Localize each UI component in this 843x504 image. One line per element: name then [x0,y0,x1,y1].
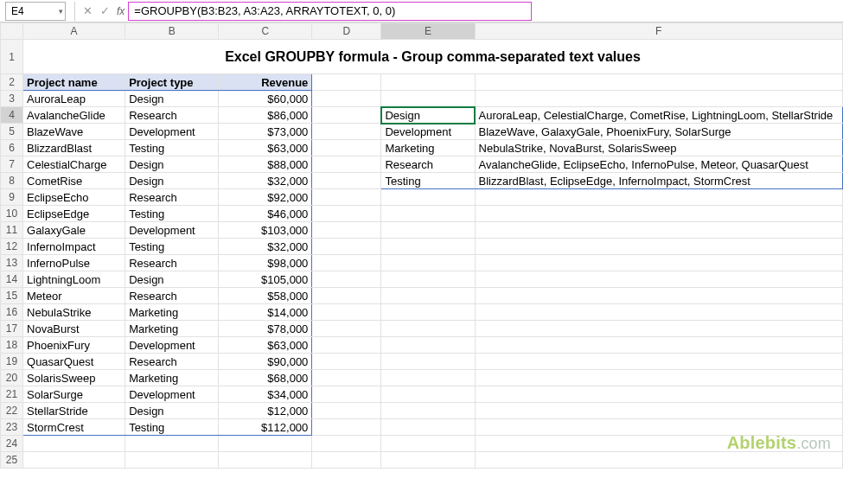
cell-D12[interactable] [312,239,381,255]
cell-F17[interactable] [475,321,842,337]
cell-C11[interactable]: $103,000 [219,222,312,239]
cell-F14[interactable] [475,271,842,288]
cell-B22[interactable]: Design [125,403,219,419]
cell-B24[interactable] [125,436,219,452]
cell-C23[interactable]: $112,000 [219,419,312,436]
cell-F21[interactable] [475,386,842,403]
cell-F9[interactable] [475,189,842,206]
cell-A25[interactable] [23,452,125,469]
col-header-B[interactable]: B [125,23,219,40]
cell-F2[interactable] [475,74,842,91]
cell-D5[interactable] [312,124,381,140]
cell-A13[interactable]: InfernoPulse [23,255,125,271]
cell-C24[interactable] [219,436,312,452]
row-header-23[interactable]: 23 [1,419,23,436]
enter-icon[interactable]: ✓ [96,2,113,21]
cell-E9[interactable] [381,189,475,206]
cell-B19[interactable]: Research [125,354,219,370]
cell-E25[interactable] [381,452,475,469]
row-header-8[interactable]: 8 [1,173,23,189]
cell-D13[interactable] [312,255,381,271]
col-header-C[interactable]: C [219,23,312,40]
cell-F5[interactable]: BlazeWave, GalaxyGale, PhoenixFury, Sola… [475,124,842,140]
cell-B8[interactable]: Design [125,173,219,189]
cell-F3[interactable] [475,91,842,107]
cell-E15[interactable] [381,288,475,304]
cancel-icon[interactable]: ✕ [79,2,96,21]
cell-B13[interactable]: Research [125,255,219,271]
cell-A8[interactable]: CometRise [23,173,125,189]
cell-F12[interactable] [475,239,842,255]
cell-B16[interactable]: Marketing [125,304,219,321]
cell-C17[interactable]: $78,000 [219,321,312,337]
cell-E18[interactable] [381,337,475,354]
cell-B5[interactable]: Development [125,124,219,140]
cell-A21[interactable]: SolarSurge [23,386,125,403]
cell-E4[interactable]: Design [381,107,475,124]
cell-E3[interactable] [381,91,475,107]
cell-D3[interactable] [312,91,381,107]
cell-E2[interactable] [381,74,475,91]
cell-E7[interactable]: Research [381,156,475,173]
cell-A2[interactable]: Project name [23,74,125,91]
row-header-16[interactable]: 16 [1,304,23,321]
cell-C20[interactable]: $68,000 [219,370,312,386]
cell-A24[interactable] [23,436,125,452]
row-header-6[interactable]: 6 [1,140,23,156]
cell-C18[interactable]: $63,000 [219,337,312,354]
row-header-12[interactable]: 12 [1,239,23,255]
cell-B12[interactable]: Testing [125,239,219,255]
cell-D6[interactable] [312,140,381,156]
cell-E11[interactable] [381,222,475,239]
cell-E10[interactable] [381,206,475,222]
spreadsheet-grid[interactable]: A B C D E F 1Excel GROUPBY formula - Gro… [0,22,843,469]
cell-B4[interactable]: Research [125,107,219,124]
col-header-F[interactable]: F [475,23,842,40]
cell-D24[interactable] [312,436,381,452]
fx-icon[interactable]: fx [113,5,128,17]
cell-F11[interactable] [475,222,842,239]
cell-B18[interactable]: Development [125,337,219,354]
cell-B15[interactable]: Research [125,288,219,304]
col-header-A[interactable]: A [23,23,125,40]
row-header-4[interactable]: 4 [1,107,23,124]
cell-E13[interactable] [381,255,475,271]
row-header-7[interactable]: 7 [1,156,23,173]
cell-B7[interactable]: Design [125,156,219,173]
cell-A9[interactable]: EclipseEcho [23,189,125,206]
cell-F6[interactable]: NebulaStrike, NovaBurst, SolarisSweep [475,140,842,156]
cell-F19[interactable] [475,354,842,370]
row-header-13[interactable]: 13 [1,255,23,271]
cell-D21[interactable] [312,386,381,403]
cell-B14[interactable]: Design [125,271,219,288]
cell-D4[interactable] [312,107,381,124]
row-header-9[interactable]: 9 [1,189,23,206]
cell-F8[interactable]: BlizzardBlast, EclipseEdge, InfernoImpac… [475,173,842,189]
col-header-D[interactable]: D [312,23,381,40]
row-header-24[interactable]: 24 [1,436,23,452]
cell-C19[interactable]: $90,000 [219,354,312,370]
cell-B2[interactable]: Project type [125,74,219,91]
cell-C12[interactable]: $32,000 [219,239,312,255]
cell-D10[interactable] [312,206,381,222]
chevron-down-icon[interactable]: ▾ [59,7,63,16]
cell-B3[interactable]: Design [125,91,219,107]
cell-D2[interactable] [312,74,381,91]
cell-D23[interactable] [312,419,381,436]
col-header-E[interactable]: E [381,23,475,40]
cell-A7[interactable]: CelestialCharge [23,156,125,173]
cell-E21[interactable] [381,386,475,403]
cell-E24[interactable] [381,436,475,452]
cell-D22[interactable] [312,403,381,419]
cell-A12[interactable]: InfernoImpact [23,239,125,255]
cell-C6[interactable]: $63,000 [219,140,312,156]
cell-E17[interactable] [381,321,475,337]
cell-C21[interactable]: $34,000 [219,386,312,403]
cell-D7[interactable] [312,156,381,173]
row-header-3[interactable]: 3 [1,91,23,107]
cell-B10[interactable]: Testing [125,206,219,222]
cell-A5[interactable]: BlazeWave [23,124,125,140]
cell-C25[interactable] [219,452,312,469]
cell-E23[interactable] [381,419,475,436]
cell-D20[interactable] [312,370,381,386]
